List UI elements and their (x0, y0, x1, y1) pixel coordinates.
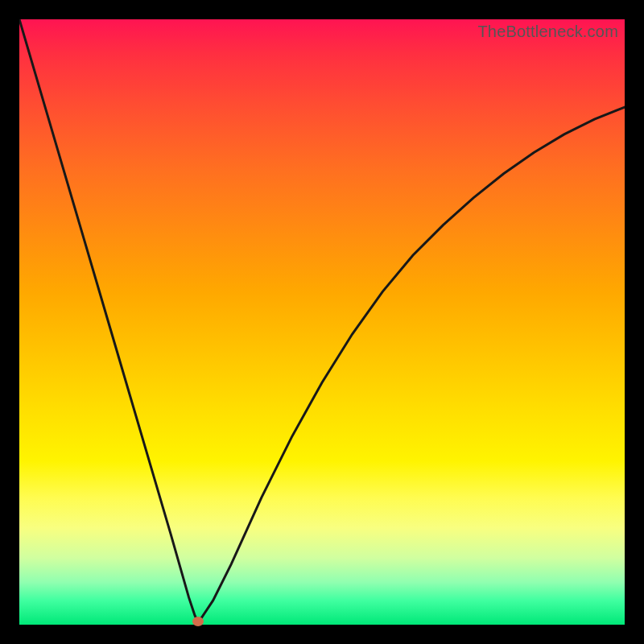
plot-area: TheBottleneck.com (19, 19, 625, 625)
curve-left-path (19, 19, 198, 621)
chart-container: TheBottleneck.com (0, 0, 644, 644)
optimal-point-marker (192, 617, 204, 626)
bottleneck-curve (19, 19, 625, 625)
curve-right-path (198, 107, 625, 621)
